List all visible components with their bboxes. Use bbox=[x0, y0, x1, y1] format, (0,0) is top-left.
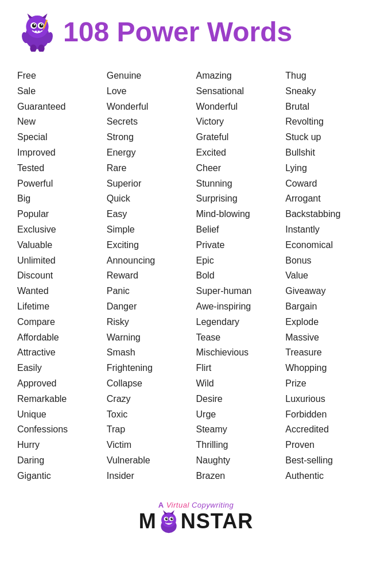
word-item: Special bbox=[17, 130, 107, 145]
page-title: 108 Power Words bbox=[63, 16, 292, 48]
word-item: Accredited bbox=[285, 423, 375, 437]
word-item: Value bbox=[285, 269, 375, 283]
word-item: Whopping bbox=[285, 361, 375, 376]
word-item: Free bbox=[17, 69, 107, 83]
word-item: Guaranteed bbox=[17, 100, 107, 114]
footer-virtual: Virtual bbox=[166, 501, 192, 509]
svg-rect-10 bbox=[35, 31, 37, 33]
word-item: Bonus bbox=[285, 254, 375, 268]
word-item: Thug bbox=[285, 69, 375, 83]
word-item: Attractive bbox=[17, 346, 107, 360]
footer: A Virtual Copywriting M NS bbox=[17, 501, 375, 533]
word-item: Confessions bbox=[17, 423, 107, 437]
svg-marker-20 bbox=[163, 510, 168, 514]
word-column-1: FreeSaleGuaranteedNewSpecialImprovedTest… bbox=[17, 69, 107, 483]
word-item: Belief bbox=[196, 223, 286, 237]
svg-point-8 bbox=[34, 24, 36, 26]
word-item: Remarkable bbox=[17, 392, 107, 407]
word-item: Quick bbox=[107, 192, 196, 206]
word-item: Bargain bbox=[285, 300, 375, 314]
word-item: Simple bbox=[107, 223, 196, 237]
word-item: Bold bbox=[196, 269, 286, 283]
word-item: Epic bbox=[196, 254, 286, 268]
word-item: Panic bbox=[107, 284, 196, 299]
word-item: Bullshit bbox=[285, 146, 375, 160]
header: 108 Power Words bbox=[17, 11, 375, 52]
svg-rect-28 bbox=[168, 523, 169, 524]
word-item: Forbidden bbox=[285, 408, 375, 422]
word-item: Urge bbox=[196, 408, 286, 422]
word-item: Secrets bbox=[107, 115, 196, 129]
word-item: Smash bbox=[107, 346, 196, 360]
word-item: Naughty bbox=[196, 454, 286, 468]
word-item: Amazing bbox=[196, 69, 286, 83]
word-item: Powerful bbox=[17, 177, 107, 191]
word-item: Announcing bbox=[107, 254, 196, 268]
word-item: Superior bbox=[107, 177, 196, 191]
word-item: Stuck up bbox=[285, 130, 375, 145]
word-column-3: AmazingSensationalWonderfulVictoryGratef… bbox=[196, 69, 286, 483]
word-item: Energy bbox=[107, 146, 196, 160]
word-item: Collapse bbox=[107, 377, 196, 391]
header-monster-icon bbox=[17, 11, 57, 52]
word-item: Tease bbox=[196, 331, 286, 345]
svg-marker-21 bbox=[170, 510, 174, 514]
word-item: Private bbox=[196, 238, 286, 253]
word-item: Popular bbox=[17, 207, 107, 222]
word-item: Lifetime bbox=[17, 300, 107, 314]
word-item: Compare bbox=[17, 315, 107, 330]
word-column-4: ThugSneakyBrutalRevoltingStuck upBullshi… bbox=[285, 69, 375, 483]
word-item: Danger bbox=[107, 300, 196, 314]
word-item: Instantly bbox=[285, 223, 375, 237]
word-item: Improved bbox=[17, 146, 107, 160]
word-item: Valuable bbox=[17, 238, 107, 253]
footer-copywriting: Copywriting bbox=[192, 501, 234, 509]
svg-point-24 bbox=[165, 517, 168, 520]
word-item: Discount bbox=[17, 269, 107, 283]
word-item: Wonderful bbox=[107, 100, 196, 114]
word-item: Authentic bbox=[285, 469, 375, 483]
word-item: New bbox=[17, 115, 107, 129]
word-item: Love bbox=[107, 84, 196, 99]
word-item: Surprising bbox=[196, 192, 286, 206]
footer-logo: A Virtual Copywriting M NS bbox=[139, 501, 253, 533]
word-item: Massive bbox=[285, 331, 375, 345]
brand-mon: M bbox=[139, 509, 157, 533]
word-column-2: GenuineLoveWonderfulSecretsStrongEnergyR… bbox=[107, 69, 196, 483]
word-item: Approved bbox=[17, 377, 107, 391]
words-grid: FreeSaleGuaranteedNewSpecialImprovedTest… bbox=[17, 69, 375, 483]
word-item: Wonderful bbox=[196, 100, 286, 114]
word-item: Giveaway bbox=[285, 284, 375, 299]
footer-a: A bbox=[158, 501, 164, 509]
word-item: Sale bbox=[17, 84, 107, 99]
word-item: Mind-blowing bbox=[196, 207, 286, 222]
word-item: Awe-inspiring bbox=[196, 300, 286, 314]
word-item: Genuine bbox=[107, 69, 196, 83]
word-item: Prize bbox=[285, 377, 375, 391]
word-item: Exclusive bbox=[17, 223, 107, 237]
svg-point-19 bbox=[161, 512, 176, 527]
word-item: Toxic bbox=[107, 408, 196, 422]
word-item: Rare bbox=[107, 161, 196, 176]
word-item: Thrilling bbox=[196, 438, 286, 452]
word-item: Proven bbox=[285, 438, 375, 452]
word-item: Reward bbox=[107, 269, 196, 283]
svg-rect-11 bbox=[38, 31, 40, 33]
word-item: Easy bbox=[107, 207, 196, 222]
word-item: Unique bbox=[17, 408, 107, 422]
svg-rect-29 bbox=[169, 523, 170, 524]
footer-tagline: A Virtual Copywriting bbox=[158, 501, 234, 509]
word-item: Easily bbox=[17, 361, 107, 376]
word-item: Sneaky bbox=[285, 84, 375, 99]
word-item: Lying bbox=[285, 161, 375, 176]
word-item: Wild bbox=[196, 377, 286, 391]
word-item: Flirt bbox=[196, 361, 286, 376]
word-item: Brutal bbox=[285, 100, 375, 114]
word-item: Economical bbox=[285, 238, 375, 253]
word-item: Backstabbing bbox=[285, 207, 375, 222]
word-item: Wanted bbox=[17, 284, 107, 299]
word-item: Affordable bbox=[17, 331, 107, 345]
word-item: Cheer bbox=[196, 161, 286, 176]
word-item: Grateful bbox=[196, 130, 286, 145]
word-item: Stunning bbox=[196, 177, 286, 191]
